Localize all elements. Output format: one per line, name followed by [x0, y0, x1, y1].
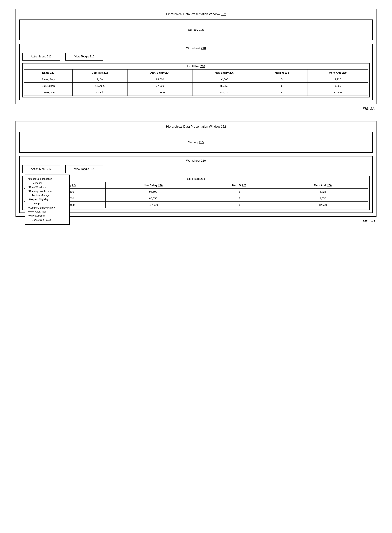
fig-label-2b: FIG. 2B: [15, 219, 377, 223]
col-merit-pct: Merit % 228: [256, 70, 308, 76]
menu-item-salary-history[interactable]: *Compare Salary History: [28, 206, 66, 210]
menu-item-audit[interactable]: *View Audit Trail: [28, 210, 66, 214]
cell-new-salary: 94,500: [192, 76, 256, 83]
cell-merit-amt: 12,560: [308, 89, 368, 96]
list-filters-title-2a: List Filters 218: [24, 65, 368, 68]
summary-box-2a: Sumary 205: [19, 19, 373, 40]
cell-new-salary: 80,850: [105, 195, 201, 202]
cell-merit-pct: 5: [201, 195, 278, 202]
cell-merit-pct: 5: [256, 76, 308, 83]
menu-item-model[interactable]: *Model Compensation: [28, 177, 66, 181]
cell-job-title: 12, Dev.: [72, 76, 127, 83]
cell-merit-pct: 8: [256, 89, 308, 96]
table-row: Ames, Amy 12, Dev. 94,500 94,500 5 4,725: [24, 76, 368, 83]
worksheet-title-2b: Worksheet 210: [22, 159, 370, 162]
cell-ann-salary: 94,500: [127, 76, 192, 83]
col-new-salary: New Salary 226: [192, 70, 256, 76]
list-filters-title-2b: List Filters 218: [24, 177, 368, 181]
cell-merit-amt: 3,850: [308, 83, 368, 89]
window-title-2a: Hierarchical Data Presentation Window 18…: [19, 12, 373, 16]
worksheet-content-2b: Action Menu 212 View Toggle 216 *Model C…: [22, 165, 370, 210]
figure-2a: Hierarchical Data Presentation Window 18…: [15, 9, 377, 111]
hierarchical-window-2b: Hierarchical Data Presentation Window 18…: [15, 121, 377, 217]
cell-new-salary: 157,000: [105, 202, 201, 208]
view-toggle-button-2b[interactable]: View Toggle 216: [65, 165, 103, 173]
cell-name: Ames, Amy: [24, 76, 73, 83]
cell-merit-amt: 12,560: [278, 202, 368, 208]
table-header-row: N Salary 224 New Salary 226 Merit % 228 …: [24, 182, 368, 189]
worksheet-box-2b: Worksheet 210 Action Menu 212 View Toggl…: [19, 156, 373, 213]
col-merit-amt: Merit Amt. 230: [308, 70, 368, 76]
worksheet-box-2a: Worksheet 210 Action Menu 212 View Toggl…: [19, 44, 373, 100]
cell-ann-salary: 77,000: [127, 83, 192, 89]
col-merit-amt: Merit Amt. 230: [278, 182, 368, 189]
cell-new-salary: 80,850: [192, 83, 256, 89]
col-name: Name 220: [24, 70, 73, 76]
toolbar-2a: Action Menu 212 View Toggle 216: [22, 52, 370, 61]
menu-item-model-cont: Scenarios: [28, 181, 66, 185]
menu-item-currency[interactable]: *View Currency: [28, 214, 66, 218]
list-filters-2a: List Filters 218 Name 220 Job Title 222 …: [22, 63, 370, 97]
col-merit-pct: Merit % 228: [201, 182, 278, 189]
action-menu-button-2b[interactable]: Action Menu 212: [22, 165, 60, 173]
col-new-salary: New Salary 226: [105, 182, 201, 189]
cell-new-salary: 94,500: [105, 189, 201, 195]
window-title-2b: Hierarchical Data Presentation Window 18…: [19, 125, 373, 128]
menu-item-rank[interactable]: *Rank Workforce: [28, 185, 66, 189]
menu-item-reassign[interactable]: *Reassign Workers to: [28, 189, 66, 193]
cell-name: Bell, Susan: [24, 83, 73, 89]
cell-ann-salary: 157,000: [127, 89, 192, 96]
toolbar-2b: Action Menu 212 View Toggle 216: [22, 165, 370, 173]
cell-merit-amt: 4,725: [278, 189, 368, 195]
table-row: C 157,000 157,000 8 12,560: [24, 202, 368, 208]
cell-merit-pct: 5: [256, 83, 308, 89]
cell-merit-amt: 3,850: [278, 195, 368, 202]
cell-merit-pct: 5: [201, 189, 278, 195]
cell-name: Carter, Joe: [24, 89, 73, 96]
summary-box-2b: Sumary 205: [19, 132, 373, 153]
cell-job-title: 22, Dir.: [72, 89, 127, 96]
action-menu-dropdown[interactable]: *Model Compensation Scenarios *Rank Work…: [25, 175, 70, 225]
col-ann-salary: Ann. Salary 224: [127, 70, 192, 76]
data-table-2a: Name 220 Job Title 222 Ann. Salary 224 N…: [24, 69, 368, 96]
menu-item-eligibility[interactable]: *Request Eligibility: [28, 198, 66, 202]
col-job-title: Job Title 222: [72, 70, 127, 76]
table-row: Carter, Joe 22, Dir. 157,000 157,000 8 1…: [24, 89, 368, 96]
fig-label-2a: FIG. 2A: [15, 107, 377, 111]
list-filters-2b: List Filters 218 N Salary 224 New Salary…: [22, 176, 370, 210]
cell-new-salary: 157,000: [192, 89, 256, 96]
menu-item-reassign-cont: Another Manager: [28, 193, 66, 198]
cell-job-title: 16, App.: [72, 83, 127, 89]
table-row: Bell, Susan 16, App. 77,000 80,850 5 3,8…: [24, 83, 368, 89]
table-row: A 94,500 94,500 5 4,725: [24, 189, 368, 195]
hierarchical-window-2a: Hierarchical Data Presentation Window 18…: [15, 9, 377, 104]
cell-merit-pct: 8: [201, 202, 278, 208]
menu-item-currency-cont: Conversion Rates: [28, 218, 66, 222]
view-toggle-button-2a[interactable]: View Toggle 216: [65, 52, 103, 61]
action-menu-button-2a[interactable]: Action Menu 212: [22, 52, 60, 61]
data-table-2b: N Salary 224 New Salary 226 Merit % 228 …: [24, 182, 368, 208]
table-row: B 77,000 80,850 5 3,850: [24, 195, 368, 202]
cell-merit-amt: 4,725: [308, 76, 368, 83]
figure-2b: Hierarchical Data Presentation Window 18…: [15, 121, 377, 223]
menu-item-eligibility-cont: Change: [28, 202, 66, 206]
worksheet-title-2a: Worksheet 210: [22, 47, 370, 50]
table-header-row: Name 220 Job Title 222 Ann. Salary 224 N…: [24, 70, 368, 76]
